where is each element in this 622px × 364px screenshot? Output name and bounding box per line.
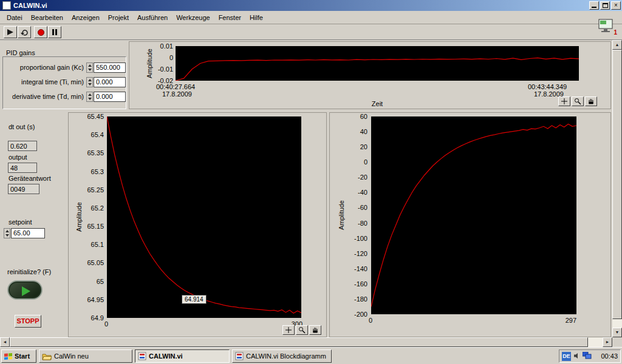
menu-werkzeuge[interactable]: Werkzeuge <box>172 12 214 23</box>
minimize-icon <box>592 7 596 8</box>
pid-gains-label: PID gains <box>6 49 35 56</box>
minimize-button[interactable] <box>589 1 599 10</box>
taskbar: Start CalWin neu CALWIN.vi CALWIN.vi B <box>0 347 622 364</box>
scroll-left-button[interactable]: ◄ <box>0 337 10 347</box>
menu-bearbeiten[interactable]: Bearbeiten <box>27 12 67 23</box>
pid-gains-cluster: proportional gain (Kc) 550.000 integral … <box>2 56 126 109</box>
y-tick-label: 65.35 <box>87 149 104 157</box>
taskbar-item-calwin-neu[interactable]: CalWin neu <box>39 349 132 363</box>
plot-line <box>107 116 301 318</box>
y-tick-label: -0.01 <box>158 66 173 73</box>
menu-anzeigen[interactable]: Anzeigen <box>67 12 104 23</box>
device-answer-label: Geräteantwort <box>9 175 51 182</box>
cursor-tool-button[interactable] <box>282 325 295 335</box>
y-tick-label: 65.25 <box>87 186 104 194</box>
menu-ausfuehren[interactable]: Ausführen <box>133 12 172 23</box>
y-axis-ticks: 0.010-0.01-0.02 <box>154 46 174 81</box>
cursor-tool-button[interactable] <box>558 96 570 106</box>
proportional-gain-input[interactable]: 550.000 <box>94 62 126 73</box>
magnifier-icon <box>574 98 581 105</box>
dt-out-label: dt out (s) <box>9 123 35 130</box>
y-tick-label: 65.05 <box>87 259 104 266</box>
y-tick-label: -40 <box>358 189 367 196</box>
labview-app-icon <box>2 1 11 10</box>
graph-palette <box>558 96 597 106</box>
pause-button[interactable] <box>48 26 61 38</box>
pan-tool-button[interactable] <box>309 325 321 335</box>
integral-time-spinner[interactable] <box>86 77 93 87</box>
vi-file-icon <box>235 352 244 360</box>
y-tick-label: 65.15 <box>87 223 104 230</box>
pan-tool-button[interactable] <box>585 96 597 106</box>
menu-hilfe[interactable]: Hilfe <box>245 12 267 23</box>
y-tick-label: 0 <box>169 54 173 61</box>
device-response-plot[interactable] <box>371 116 576 314</box>
scroll-right-button[interactable]: ► <box>603 337 612 347</box>
x-axis-label: Zeit <box>176 100 579 107</box>
derivative-time-spinner[interactable] <box>86 92 93 102</box>
vertical-scrollbar-thumb[interactable] <box>612 50 622 319</box>
y-tick-label: 60 <box>360 113 367 120</box>
strip-chart-container: Amplitude 0.010-0.01-0.02 00:40:27.664 1… <box>129 41 611 109</box>
y-tick-label: 20 <box>360 143 367 150</box>
continuous-run-icon <box>20 29 29 36</box>
y-tick-label: 65.4 <box>91 131 104 138</box>
setpoint-input[interactable]: 65.00 <box>11 228 45 238</box>
run-arrow-icon <box>6 29 15 36</box>
hand-icon <box>312 326 319 334</box>
hand-icon <box>587 98 595 105</box>
y-tick-label: -140 <box>354 265 367 272</box>
zoom-tool-button[interactable] <box>572 96 584 106</box>
setpoint-spinner[interactable] <box>4 228 10 238</box>
menu-bar: Datei Bearbeiten Anzeigen Projekt Ausfüh… <box>0 11 622 24</box>
abort-button[interactable] <box>34 26 47 38</box>
network-icon[interactable] <box>583 352 592 360</box>
horizontal-scrollbar-thumb[interactable] <box>10 337 588 347</box>
menu-datei[interactable]: Datei <box>2 12 27 23</box>
zoom-tool-button[interactable] <box>296 325 308 335</box>
maximize-button[interactable] <box>600 1 610 10</box>
proportional-gain-spinner[interactable] <box>86 62 93 73</box>
process-value-plot[interactable] <box>107 116 301 318</box>
crosshair-icon <box>285 326 292 334</box>
start-button[interactable]: Start <box>1 349 36 363</box>
derivative-time-input[interactable]: 0.000 <box>94 92 126 102</box>
y-tick-label: 64.95 <box>87 296 104 303</box>
menu-projekt[interactable]: Projekt <box>104 12 133 23</box>
y-tick-label: -20 <box>358 174 367 181</box>
process-value-graph-container: Amplitude 65.4565.465.3565.365.2565.265.… <box>68 112 327 337</box>
magnifier-icon <box>298 326 306 334</box>
menu-fenster[interactable]: Fenster <box>214 12 245 23</box>
reinitialize-arrow-icon <box>22 286 30 296</box>
pause-icon <box>52 29 57 35</box>
scroll-down-button[interactable]: ▼ <box>612 328 622 337</box>
crosshair-icon <box>561 98 568 105</box>
cursor-value-label: 64.914 <box>182 295 207 304</box>
y-tick-label: -160 <box>354 280 367 288</box>
window-titlebar[interactable]: CALWIN.vi × <box>0 0 622 11</box>
scroll-up-button[interactable]: ▲ <box>612 40 622 50</box>
plot-line <box>371 116 576 314</box>
taskbar-item-calwin-blockdiagramm[interactable]: CALWIN.vi Blockdiagramm <box>232 349 332 363</box>
y-tick-label: 64.9 <box>91 314 104 322</box>
x-tick-label: 0 <box>369 317 372 324</box>
volume-icon[interactable] <box>573 352 580 360</box>
taskbar-item-calwin-vi[interactable]: CALWIN.vi <box>135 349 230 363</box>
graph-palette <box>282 325 321 335</box>
y-tick-label: 65.2 <box>91 204 104 212</box>
integral-time-input[interactable]: 0.000 <box>94 77 126 87</box>
output-label: output <box>9 153 27 161</box>
monitor-indicator-icon[interactable]: 1 <box>598 19 618 36</box>
run-continuous-button[interactable] <box>18 26 31 38</box>
run-button[interactable] <box>4 26 17 38</box>
reinitialize-button[interactable] <box>7 280 43 300</box>
horizontal-scrollbar: ◄ ► <box>0 337 612 347</box>
setpoint-label: setpoint <box>9 218 32 226</box>
folder-icon <box>42 352 52 360</box>
strip-chart-plot[interactable] <box>176 46 579 81</box>
close-button[interactable]: × <box>611 1 621 10</box>
language-indicator[interactable]: DE <box>562 352 571 361</box>
abort-icon <box>38 29 44 36</box>
monitor-badge: 1 <box>613 29 617 36</box>
stop-button[interactable]: STOPP <box>15 315 41 328</box>
